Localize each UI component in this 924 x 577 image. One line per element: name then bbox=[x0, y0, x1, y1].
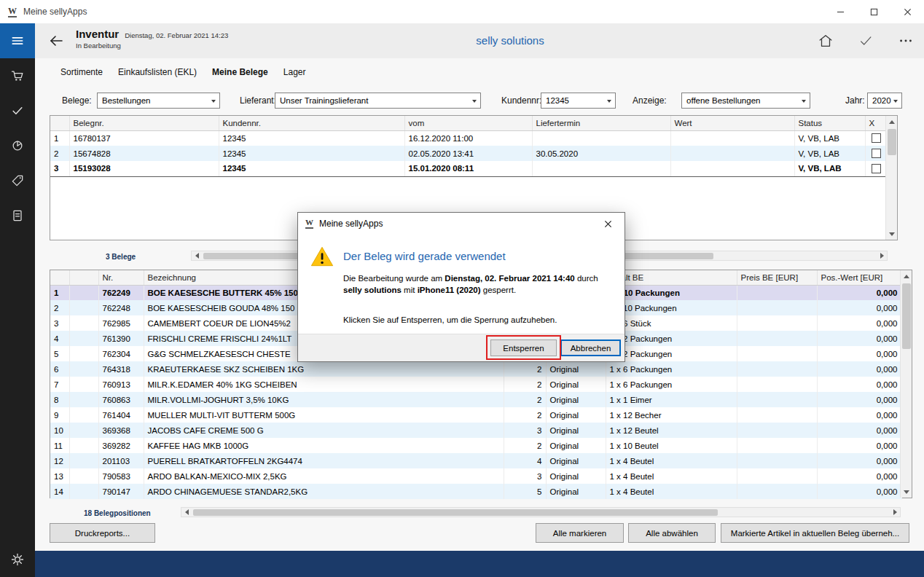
cell-inhalt-be: 1 x 4 Beutel bbox=[606, 453, 737, 468]
home-button[interactable] bbox=[811, 31, 840, 51]
tab-lager[interactable]: Lager bbox=[283, 67, 306, 77]
page-datetime: Dienstag, 02. Februar 2021 14:23 bbox=[125, 31, 228, 39]
back-button[interactable] bbox=[44, 31, 68, 50]
entsperren-button[interactable]: Entsperren bbox=[490, 339, 557, 356]
col-wert[interactable]: Wert bbox=[670, 116, 794, 130]
col-belegnr[interactable]: Belegnr. bbox=[69, 116, 219, 130]
druckreports-button[interactable]: Druckreports... bbox=[50, 523, 155, 543]
col-inhalt-be[interactable]: Inhalt BE bbox=[606, 270, 737, 285]
cell-status: V, VB, LAB bbox=[794, 161, 865, 176]
cell-menge: 3 bbox=[504, 468, 546, 484]
scroll-thumb[interactable] bbox=[902, 283, 911, 349]
dialog-body: Der Beleg wird gerade verwendet Die Bear… bbox=[298, 235, 625, 335]
col-status[interactable]: Status bbox=[794, 116, 865, 130]
row-checkbox[interactable] bbox=[872, 149, 881, 158]
scroll-thumb[interactable] bbox=[888, 129, 896, 155]
cell-wert bbox=[670, 146, 794, 161]
cell-inhalt-be: 1 x 10 Beutel bbox=[606, 438, 737, 453]
alle-abwaehlen-button[interactable]: Alle abwählen bbox=[628, 523, 716, 543]
cell-rownum: 3 bbox=[50, 315, 69, 331]
col-kundennr[interactable]: Kundennr. bbox=[219, 116, 404, 130]
close-button[interactable] bbox=[890, 0, 924, 23]
col-vom[interactable]: vom bbox=[404, 116, 532, 130]
col-pos-wert[interactable]: Pos.-Wert [EUR] bbox=[817, 270, 901, 285]
cell-inhalt-be: 1 x 6 Stück bbox=[606, 315, 737, 331]
back-arrow-icon bbox=[47, 32, 65, 50]
uebernehmen-button[interactable]: Markierte Artikel in aktuellen Beleg übe… bbox=[721, 523, 909, 543]
table-row[interactable]: 6 764318 KRAEUTERKAESE SKZ SCHEIBEN 1KG … bbox=[50, 361, 901, 377]
cell-menge: 4 bbox=[504, 453, 546, 468]
cell-nr: 369368 bbox=[98, 423, 144, 438]
minimize-button[interactable] bbox=[823, 0, 857, 23]
cell-vom: 16.12.2020 11:00 bbox=[404, 130, 532, 146]
cell-flag bbox=[69, 453, 98, 468]
cell-flag bbox=[69, 407, 98, 423]
cell-nr: 761390 bbox=[98, 331, 144, 346]
alle-markieren-button[interactable]: Alle markieren bbox=[536, 523, 624, 543]
col-nr[interactable]: Nr. bbox=[98, 270, 144, 285]
more-options-button[interactable] bbox=[891, 31, 920, 51]
table-row[interactable]: 7 760913 MILR.K.EDAMER 40% 1KG SCHEIBEN … bbox=[50, 377, 901, 392]
lieferant-select-value: Unser Trainingslieferant bbox=[280, 96, 368, 105]
sidebar-item-cart[interactable] bbox=[0, 58, 35, 93]
cell-preis-be bbox=[737, 438, 817, 453]
confirm-button[interactable] bbox=[851, 31, 880, 51]
cell-rownum: 8 bbox=[50, 392, 69, 407]
dialog-close-button[interactable] bbox=[592, 213, 625, 235]
table-row[interactable]: 13 790583 ARDO BALKAN-MEXICO-MIX 2,5KG 3… bbox=[50, 468, 901, 484]
kundennr-select[interactable]: 12345 bbox=[541, 93, 616, 109]
table-row[interactable]: 10 369368 JACOBS CAFE CREME 500 G 3 Orig… bbox=[50, 423, 901, 438]
table-row[interactable]: 3 15193028 12345 15.01.2020 08:11 V, VB,… bbox=[50, 161, 887, 176]
cell-status: V, VB, LAB bbox=[794, 130, 865, 146]
positions-horizontal-scrollbar[interactable] bbox=[181, 507, 901, 517]
tab-einkaufslisten[interactable]: Einkaufslisten (EKL) bbox=[118, 67, 197, 77]
belege-select[interactable]: Bestellungen bbox=[97, 93, 220, 109]
sidebar-item-settings[interactable] bbox=[0, 542, 35, 577]
positions-vertical-scrollbar[interactable] bbox=[900, 270, 912, 498]
scroll-thumb[interactable] bbox=[193, 509, 718, 516]
chevron-down-icon bbox=[607, 100, 611, 103]
maximize-button[interactable] bbox=[857, 0, 890, 23]
header: Inventur Dienstag, 02. Februar 2021 14:2… bbox=[35, 23, 924, 58]
col-preis-be[interactable]: Preis BE [EUR] bbox=[737, 270, 817, 285]
menu-button[interactable] bbox=[0, 23, 35, 58]
cell-original: Original bbox=[546, 392, 606, 407]
row-checkbox[interactable] bbox=[872, 164, 881, 173]
sidebar-item-tasks[interactable] bbox=[0, 93, 35, 128]
tab-sortimente[interactable]: Sortimente bbox=[60, 67, 103, 77]
sidebar-item-reports[interactable] bbox=[0, 128, 35, 163]
cell-nr: 760913 bbox=[98, 377, 144, 392]
cell-rownum: 11 bbox=[50, 438, 69, 453]
cell-rownum: 4 bbox=[50, 331, 69, 346]
cell-pos-wert: 0,000 bbox=[817, 423, 901, 438]
tab-meine-belege[interactable]: Meine Belege bbox=[212, 67, 268, 77]
table-row[interactable]: 9 761404 MUELLER MULTI-VIT BUTTERM 500G … bbox=[50, 407, 901, 423]
col-x[interactable]: X bbox=[865, 116, 887, 130]
abbrechen-button[interactable]: Abbrechen bbox=[560, 339, 621, 356]
cell-nr: 790583 bbox=[98, 468, 144, 484]
sidebar-item-prices[interactable] bbox=[0, 163, 35, 198]
cell-inhalt-be: 1 x 2 Packungen bbox=[606, 331, 737, 346]
table-row[interactable]: 12 201103 PUERELL BRATKARTOFFELN 2KG4474… bbox=[50, 453, 901, 468]
jahr-select[interactable]: 2020 bbox=[867, 93, 902, 109]
table-row[interactable]: 14 790147 ARDO CHINAGEMUESE STANDAR2,5KG… bbox=[50, 484, 901, 499]
cell-original: Original bbox=[546, 361, 606, 377]
cell-pos-wert: 0,000 bbox=[817, 468, 901, 484]
col-liefertermin[interactable]: Liefertermin bbox=[532, 116, 670, 130]
table-row[interactable]: 1 16780137 12345 16.12.2020 11:00 V, VB,… bbox=[50, 130, 887, 146]
lieferant-select[interactable]: Unser Trainingslieferant bbox=[275, 93, 481, 109]
anzeige-select[interactable]: offene Bestellungen bbox=[681, 93, 810, 109]
table-row[interactable]: 8 760863 MILR.VOLLMI-JOGHURT 3,5% 10KG 2… bbox=[50, 392, 901, 407]
row-checkbox[interactable] bbox=[872, 133, 881, 143]
sidebar-item-catalog[interactable] bbox=[0, 198, 35, 233]
window-title: Meine sellyApps bbox=[23, 7, 87, 17]
cell-status: V, VB, LAB bbox=[794, 146, 865, 161]
cell-flag bbox=[69, 423, 98, 438]
belege-vertical-scrollbar[interactable] bbox=[885, 116, 897, 240]
cell-inhalt-be: 1 x 6 Packungen bbox=[606, 361, 737, 377]
scroll-left-icon bbox=[195, 253, 199, 259]
cell-belegnr: 16780137 bbox=[69, 130, 219, 146]
table-row[interactable]: 11 369282 KAFFEE HAG MKB 1000G 2 Origina… bbox=[50, 438, 901, 453]
cell-preis-be bbox=[737, 285, 817, 300]
table-row[interactable]: 2 15674828 12345 02.05.2020 13:41 30.05.… bbox=[50, 146, 887, 161]
